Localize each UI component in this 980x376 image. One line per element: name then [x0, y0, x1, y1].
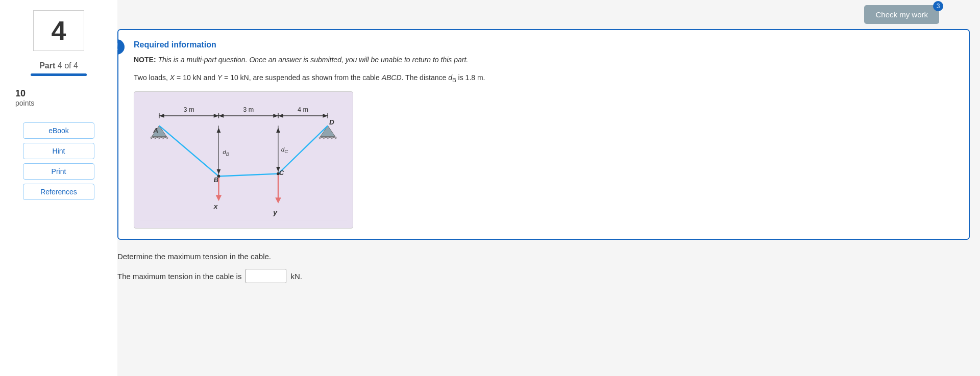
- svg-text:A: A: [153, 127, 158, 134]
- references-link[interactable]: References: [23, 184, 94, 200]
- answer-unit: kN.: [290, 272, 302, 281]
- diagram-svg: 3 m 3 m 4 m: [139, 97, 348, 221]
- svg-text:4 m: 4 m: [298, 106, 308, 113]
- svg-text:3 m: 3 m: [184, 106, 194, 113]
- answer-prefix: The maximum tension in the cable is: [117, 272, 241, 281]
- determine-text: Determine the maximum tension in the cab…: [117, 252, 970, 261]
- svg-text:D: D: [329, 119, 334, 127]
- question-box: ! Required information NOTE: This is a m…: [117, 29, 970, 240]
- badge-count: 3: [933, 1, 943, 11]
- points-label: points: [10, 99, 107, 107]
- note-italic: This is a multi-part question. Once an a…: [158, 56, 468, 64]
- svg-text:y: y: [273, 209, 278, 216]
- svg-text:B: B: [214, 177, 218, 184]
- print-link[interactable]: Print: [23, 163, 94, 180]
- part-label: Part 4 of 4: [39, 61, 78, 70]
- check-my-work-label: Check my work: [875, 10, 928, 19]
- progress-bar-container: [31, 73, 87, 76]
- question-number-box: 4: [33, 10, 84, 51]
- ebook-link[interactable]: eBook: [23, 122, 94, 139]
- sidebar: 4 Part 4 of 4 10 points eBook Hint Print…: [0, 0, 117, 376]
- main-content: Check my work 3 ! Required information N…: [117, 0, 980, 376]
- problem-text: Two loads, X = 10 kN and Y = 10 kN, are …: [134, 72, 953, 84]
- progress-bar: [31, 73, 87, 76]
- answer-row: The maximum tension in the cable is kN.: [117, 269, 970, 283]
- top-bar: Check my work 3: [117, 5, 970, 24]
- answer-input[interactable]: [246, 269, 286, 283]
- svg-text:3 m: 3 m: [243, 106, 254, 113]
- exclamation-icon: !: [117, 39, 125, 55]
- question-number: 4: [52, 15, 66, 46]
- diagram-container: 3 m 3 m 4 m: [134, 91, 353, 229]
- hint-link[interactable]: Hint: [23, 143, 94, 159]
- note-text: NOTE: This is a multi-part question. Onc…: [134, 55, 953, 65]
- check-my-work-button[interactable]: Check my work 3: [864, 5, 939, 24]
- part-label-of: of 4: [64, 61, 78, 70]
- part-label-bold: Part 4: [39, 61, 62, 70]
- required-info-title: Required information: [134, 40, 953, 49]
- svg-text:x: x: [213, 203, 218, 210]
- svg-text:C: C: [279, 170, 284, 177]
- points-value: 10: [10, 88, 107, 99]
